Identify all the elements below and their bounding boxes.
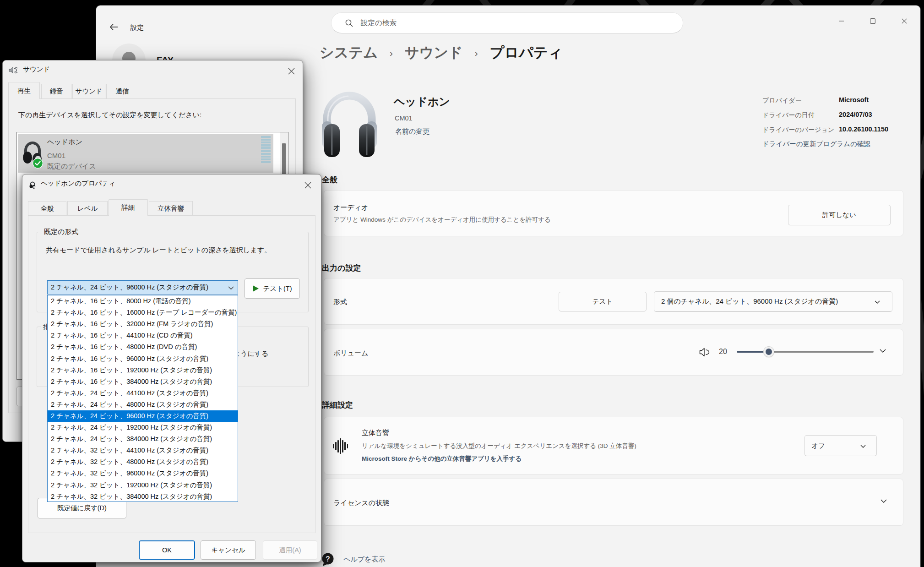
ok-button[interactable]: OK [139,540,195,560]
format-option[interactable]: 2 チャネル、32 ビット、192000 Hz (スタジオの音質) [48,480,238,491]
tab-playback[interactable]: 再生 [8,82,40,99]
device-id: CM01 [395,114,413,122]
maximize-button[interactable] [862,12,883,30]
headphone-hero-icon [321,90,378,158]
test-sound-label: テスト(T) [263,284,292,293]
format-option[interactable]: 2 チャネル、16 ビット、16000 Hz (テープ レコーダーの音質) [48,307,238,318]
driver-date-value: 2024/07/03 [839,111,872,118]
rename-link[interactable]: 名前の変更 [395,127,429,136]
format-option[interactable]: 2 チャネル、32 ビット、44100 Hz (スタジオの音質) [48,445,238,456]
breadcrumb-sound[interactable]: サウンド [405,43,463,62]
driver-update-link[interactable]: ドライバーの更新プログラムの確認 [762,140,870,148]
tab-communications[interactable]: 通信 [106,84,138,98]
driver-provider-value: Microsoft [839,96,869,104]
close-icon [288,68,295,75]
format-option[interactable]: 2 チャネル、16 ビット、384000 Hz (スタジオの音質) [48,376,238,387]
props-dialog-icon [28,180,37,190]
chevron-down-icon [875,300,880,304]
playback-instruction: 下の再生デバイスを選択してその設定を変更してください: [18,111,201,120]
props-dialog-title: ヘッドホンのプロパティ [41,179,115,188]
format-option[interactable]: 2 チャネル、24 ビット、384000 Hz (スタジオの音質) [48,433,238,445]
driver-version-value: 10.0.26100.1150 [839,125,888,133]
section-advanced: 詳細設定 [322,400,353,410]
format-option[interactable]: 2 チャネル、16 ビット、32000 Hz (FM ラジオの音質) [48,318,238,330]
format-option[interactable]: 2 チャネル、24 ビット、48000 Hz (スタジオの音質) [48,399,238,410]
maximize-icon [870,18,875,24]
spatial-select[interactable]: オフ [804,435,877,456]
close-icon [902,18,907,24]
format-option[interactable]: 2 チャネル、16 ビット、44100 Hz (CD の音質) [48,330,238,341]
format-option[interactable]: 2 チャネル、16 ビット、96000 Hz (スタジオの音質) [48,353,238,364]
format-card: 形式 テスト 2 個のチャネル、24 ビット、96000 Hz (スタジオの音質… [324,278,903,325]
tab-advanced[interactable]: 詳細 [109,199,148,216]
driver-version-label: ドライバーのバージョン [762,126,834,134]
close-icon [304,182,311,189]
minimize-icon [839,21,844,22]
device-status: 既定のデバイス [47,162,96,171]
driver-date-label: ドライバーの日付 [762,111,815,120]
tab-spatial[interactable]: 立体音響 [149,201,193,216]
format-option[interactable]: 2 チャネル、16 ビット、8000 Hz (電話の音質) [48,295,238,307]
spatial-sound-icon [333,438,348,454]
spatial-card: 立体音響 リアルな環境をシミュレートする没入型のオーディオ エクスペリエンスを選… [324,417,903,474]
device-level-meter [261,136,271,163]
format-dropdown-list[interactable]: 2 チャネル、16 ビット、8000 Hz (電話の音質)2 チャネル、16 ビ… [47,295,238,502]
breadcrumb-separator: › [475,48,478,59]
store-link[interactable]: Microsoft Store からその他の立体音響アプリを入手する [362,455,522,463]
license-card[interactable]: ライセンスの状態 [324,479,903,526]
audio-card: オーディオ アプリと Windows がこのデバイスをオーディオ用に使用すること… [324,190,903,236]
license-label: ライセンスの状態 [333,499,389,507]
format-option[interactable]: 2 チャネル、32 ビット、48000 Hz (スタジオの音質) [48,456,238,468]
sound-dialog-icon [9,66,17,75]
cancel-button[interactable]: キャンセル [201,540,256,560]
format-label: 形式 [333,298,347,306]
close-button[interactable] [894,12,915,30]
volume-label: ボリューム [333,349,368,358]
disallow-button[interactable]: 許可しない [788,205,891,225]
format-option[interactable]: 2 チャネル、24 ビット、96000 Hz (スタジオの音質) [48,410,238,422]
help-icon: ? [321,553,334,567]
format-option[interactable]: 2 チャネル、16 ビット、192000 Hz (スタジオの音質) [48,365,238,376]
spatial-title: 立体音響 [362,429,389,437]
tab-sounds[interactable]: サウンド [72,84,105,98]
format-option[interactable]: 2 チャネル、24 ビット、44100 Hz (スタジオの音質) [48,387,238,399]
breadcrumb-system[interactable]: システム [320,43,378,62]
format-option[interactable]: 2 チャネル、24 ビット、192000 Hz (スタジオの音質) [48,422,238,433]
svg-text:?: ? [326,555,330,563]
sound-dialog-close-button[interactable] [283,64,299,78]
license-expander-chevron-icon[interactable] [881,499,887,503]
test-button[interactable]: テスト [559,292,647,311]
format-option[interactable]: 2 チャネル、16 ビット、48000 Hz (DVD の音質) [48,341,238,353]
sound-dialog-title: サウンド [23,65,50,74]
apply-button[interactable]: 適用(A) [263,540,317,560]
tab-levels[interactable]: レベル [67,201,108,216]
props-dialog-close-button[interactable] [300,178,315,192]
back-button[interactable] [107,21,120,33]
test-sound-button[interactable]: テスト(T) [245,278,300,299]
driver-provider-label: プロバイダー [762,97,802,105]
device-id: CM01 [47,152,65,159]
show-help-link[interactable]: ヘルプを表示 [343,555,385,564]
minimize-button[interactable] [831,12,852,30]
format-combobox[interactable]: 2 チャネル、24 ビット、96000 Hz (スタジオの音質) [47,280,238,294]
tab-recording[interactable]: 録音 [41,84,71,98]
volume-slider-knob[interactable] [764,347,774,357]
volume-knob-dot [766,349,772,355]
search-input[interactable]: 設定の検索 [331,12,683,33]
back-arrow-icon [110,24,118,30]
format-option[interactable]: 2 チャネル、32 ビット、384000 Hz (スタジオの音質) [48,491,238,502]
format-select[interactable]: 2 個のチャネル、24 ビット、96000 Hz (スタジオの音質) [654,291,892,312]
volume-expander-chevron-icon[interactable] [880,349,886,353]
headphone-properties-dialog: ヘッドホンのプロパティ 全般 レベル 詳細 立体音響 既定の形式 共有モードで使… [22,174,321,562]
format-select-value: 2 個のチャネル、24 ビット、96000 Hz (スタジオの音質) [661,297,838,306]
play-icon [252,285,259,292]
breadcrumb-properties: プロパティ [490,43,563,62]
section-output: 出力の設定 [322,263,361,273]
breadcrumb-separator: › [390,48,393,59]
device-name: ヘッドホン [47,138,82,147]
tab-general[interactable]: 全般 [28,201,66,216]
format-option[interactable]: 2 チャネル、32 ビット、96000 Hz (スタジオの音質) [48,468,238,479]
spatial-description: リアルな環境をシミュレートする没入型のオーディオ エクスペリエンスを選択する (… [362,442,636,450]
audio-card-description: アプリと Windows がこのデバイスをオーディオ用に使用することを許可する [333,216,551,224]
device-list-item[interactable]: ヘッドホン CM01 既定のデバイス [18,134,273,173]
